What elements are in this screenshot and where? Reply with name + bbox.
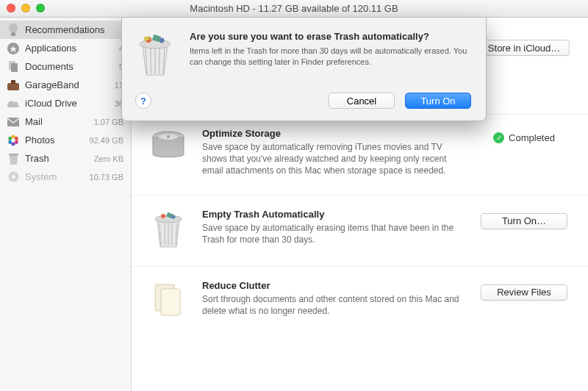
sidebar-item-label: Photos [25,134,87,146]
window-titlebar: Macintosh HD - 11.27 GB available of 120… [0,0,588,18]
recommendation-desc: Sort through documents and other content… [202,293,467,317]
svg-point-11 [15,140,18,144]
sidebar: Recommendations Applications 4 Documents… [0,18,132,391]
zoom-window-button[interactable] [36,4,45,12]
check-circle-icon: ✓ [493,132,504,143]
completed-status: ✓ Completed [493,132,555,143]
svg-rect-7 [7,118,19,126]
dialog-title: Are you sure you want to erase Trash aut… [190,31,471,42]
svg-rect-4 [11,63,18,72]
recommendation-title: Reduce Clutter [202,280,467,291]
svg-point-9 [12,134,15,138]
sidebar-item-photos[interactable]: Photos 92.49 GB [0,131,131,149]
svg-point-22 [161,214,165,218]
turn-on-trash-button[interactable]: Turn On… [481,213,567,229]
review-files-button[interactable]: Review Files [481,284,567,301]
svg-point-24 [171,215,175,218]
svg-point-12 [12,142,15,146]
cancel-button[interactable]: Cancel [329,93,395,109]
store-in-icloud-button[interactable]: Store in iCloud… [478,40,570,56]
recommendation-empty-trash: Empty Trash Automatically Save space by … [132,196,588,267]
documents-icon [6,60,21,74]
svg-rect-1 [11,32,15,36]
svg-rect-5 [7,83,19,90]
sidebar-item-size: 92.49 GB [90,136,123,145]
mail-icon [6,115,21,129]
completed-label: Completed [509,132,555,143]
recommendation-title: Optimize Storage [202,128,467,139]
recommendation-optimize-storage: Optimize Storage Save space by automatic… [132,115,588,196]
recommendation-desc: Save space by automatically removing iTu… [202,141,467,177]
sidebar-item-label: iCloud Drive [25,98,112,109]
sidebar-item-system[interactable]: System 10.73 GB [0,168,131,186]
sidebar-item-recommendations[interactable]: Recommendations [0,21,131,39]
dialog-content: Are you sure you want to erase Trash aut… [135,31,471,78]
svg-point-10 [15,137,18,140]
recommendation-desc: Save space by automatically erasing item… [202,222,467,245]
recommendation-reduce-clutter: Reduce Clutter Sort through documents an… [132,267,588,336]
sidebar-item-mail[interactable]: Mail 1.07 GB [0,112,131,131]
svg-point-20 [167,135,170,138]
sidebar-item-label: Applications [25,43,116,54]
help-button[interactable]: ? [135,93,151,109]
trash-full-icon [135,31,182,78]
sidebar-item-label: Recommendations [25,24,121,35]
photos-icon [6,133,21,148]
cloud-icon [6,96,21,111]
confirm-erase-trash-dialog: Are you sure you want to erase Trash aut… [121,18,487,121]
sidebar-item-applications[interactable]: Applications 4 [0,39,131,57]
guitar-icon [6,78,21,93]
sidebar-item-label: GarageBand [25,79,112,90]
sidebar-item-documents[interactable]: Documents 5 [0,57,131,76]
trash-full-icon [148,210,189,248]
svg-point-13 [8,140,12,144]
svg-point-14 [8,137,12,140]
svg-point-0 [9,23,18,32]
sidebar-item-label: Mail [25,116,91,127]
svg-rect-15 [9,154,18,156]
sidebar-item-label: Trash [25,153,91,164]
window-title: Macintosh HD - 11.27 GB available of 120… [0,3,588,14]
sidebar-item-size: 10.73 GB [90,173,123,182]
svg-point-30 [159,38,165,43]
sidebar-item-label: System [25,171,87,182]
sidebar-item-garageband[interactable]: GarageBand 11 [0,76,131,94]
appstore-icon [6,41,21,56]
lightbulb-icon [6,23,21,37]
close-window-button[interactable] [7,4,15,12]
svg-rect-26 [161,289,180,315]
documents-large-icon [148,281,189,318]
dialog-body: Items left in the Trash for more than 30… [190,46,471,68]
minimize-window-button[interactable] [21,4,30,12]
sidebar-item-label: Documents [25,61,116,72]
sidebar-item-size: Zero KB [94,154,123,163]
sidebar-item-icloud-drive[interactable]: iCloud Drive 36 [0,94,131,112]
traffic-lights [7,4,45,12]
sidebar-item-size: 1.07 GB [94,118,123,126]
svg-point-17 [12,175,15,179]
svg-rect-6 [11,80,15,84]
trash-icon [6,151,21,166]
recommendation-title: Empty Trash Automatically [202,209,467,220]
harddrive-icon [148,129,189,163]
gear-icon [6,170,21,184]
sidebar-item-trash[interactable]: Trash Zero KB [0,149,131,168]
turn-on-confirm-button[interactable]: Turn On [405,93,471,109]
svg-point-27 [140,40,171,49]
